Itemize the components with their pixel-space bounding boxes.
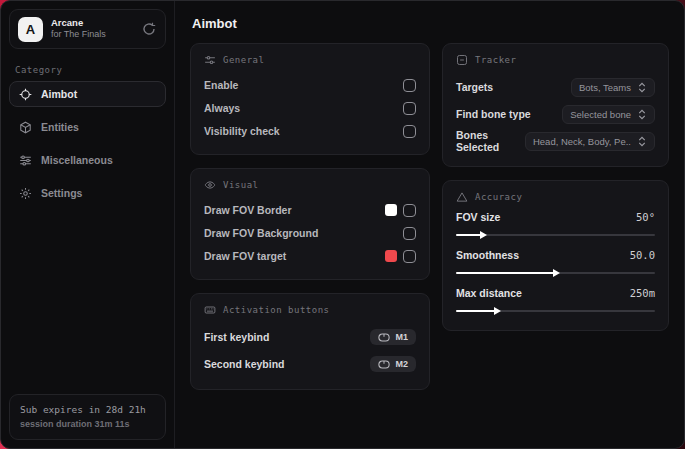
targets-select[interactable]: Bots, Teams xyxy=(571,78,655,97)
max-distance-row: Max distance 250m xyxy=(456,287,655,316)
app-window: A Arcane for The Finals Category Aimbot xyxy=(0,0,685,449)
keybind-value: M2 xyxy=(395,359,408,369)
brand-name: Arcane xyxy=(51,18,133,29)
draw-fov-target-checkbox[interactable] xyxy=(403,250,416,263)
triangle-icon xyxy=(456,191,468,203)
max-distance-label: Max distance xyxy=(456,287,522,299)
chevrons-up-down-icon xyxy=(637,82,647,93)
first-keybind-label: First keybind xyxy=(204,331,269,343)
crosshair-icon xyxy=(19,88,32,101)
slider-thumb[interactable] xyxy=(480,231,487,239)
targets-value: Bots, Teams xyxy=(579,82,631,93)
page-title: Aimbot xyxy=(192,16,669,31)
card-title: General xyxy=(223,55,264,65)
fov-border-color-swatch[interactable] xyxy=(385,204,397,216)
sidebar-item-label: Settings xyxy=(41,187,82,199)
general-card: General Enable Always Visibility check xyxy=(190,43,430,155)
enable-checkbox[interactable] xyxy=(403,79,416,92)
max-distance-value: 250m xyxy=(630,287,655,299)
sliders-icon xyxy=(19,154,32,167)
fov-size-row: FOV size 50° xyxy=(456,211,655,240)
find-bone-type-label: Find bone type xyxy=(456,108,531,120)
draw-fov-background-checkbox[interactable] xyxy=(403,227,416,240)
brand-text: Arcane for The Finals xyxy=(51,18,133,39)
tracker-card: Tracker Targets Bots, Teams xyxy=(442,43,669,167)
sliders-icon xyxy=(204,54,216,66)
accuracy-card: Accuracy FOV size 50° xyxy=(442,180,669,331)
slider-thumb[interactable] xyxy=(553,269,560,277)
session-duration-text: session duration 31m 11s xyxy=(20,418,155,432)
card-title: Accuracy xyxy=(475,192,522,202)
mouse-icon xyxy=(378,333,390,342)
main-panel: Aimbot General Enable xyxy=(175,1,684,448)
sidebar: A Arcane for The Finals Category Aimbot xyxy=(1,1,175,448)
sidebar-item-miscellaneous[interactable]: Miscellaneous xyxy=(9,147,166,173)
chevrons-up-down-icon xyxy=(637,109,647,120)
visibility-check-checkbox[interactable] xyxy=(403,125,416,138)
card-title: Visual xyxy=(223,180,259,190)
refresh-icon[interactable] xyxy=(141,21,157,37)
eye-icon xyxy=(204,179,216,191)
draw-fov-background-label: Draw FOV Background xyxy=(204,227,318,239)
chevrons-up-down-icon xyxy=(637,136,647,147)
bones-selected-value: Head, Neck, Body, Pe.. xyxy=(533,136,631,147)
targets-label: Targets xyxy=(456,81,493,93)
keybind-value: M1 xyxy=(395,332,408,342)
brand-subtitle: for The Finals xyxy=(51,29,133,39)
sidebar-item-aimbot[interactable]: Aimbot xyxy=(9,81,166,107)
bones-selected-label: Bones Selected xyxy=(456,129,525,153)
card-title: Tracker xyxy=(475,55,516,65)
always-checkbox[interactable] xyxy=(403,102,416,115)
gear-icon xyxy=(19,187,32,200)
second-keybind-button[interactable]: M2 xyxy=(370,356,416,372)
fov-size-slider[interactable] xyxy=(456,230,655,240)
smoothness-value: 50.0 xyxy=(630,249,655,261)
slider-thumb[interactable] xyxy=(494,307,501,315)
draw-fov-target-label: Draw FOV target xyxy=(204,250,286,262)
smoothness-slider[interactable] xyxy=(456,268,655,278)
sidebar-nav: Aimbot Entities Miscellaneous xyxy=(1,81,174,206)
subscription-status-box: Sub expires in 28d 21h session duration … xyxy=(9,394,166,440)
sidebar-item-label: Miscellaneous xyxy=(41,154,113,166)
mouse-icon xyxy=(378,360,390,369)
fov-size-label: FOV size xyxy=(456,211,500,223)
second-keybind-label: Second keybind xyxy=(204,358,285,370)
sidebar-item-label: Aimbot xyxy=(41,88,77,100)
max-distance-slider[interactable] xyxy=(456,306,655,316)
draw-fov-border-label: Draw FOV Border xyxy=(204,204,292,216)
fov-size-value: 50° xyxy=(636,211,655,223)
card-title: Activation buttons xyxy=(223,305,330,315)
cube-icon xyxy=(19,121,32,134)
sidebar-item-entities[interactable]: Entities xyxy=(9,114,166,140)
find-bone-type-select[interactable]: Selected bone xyxy=(562,105,655,124)
sub-expiry-text: Sub expires in 28d 21h xyxy=(20,403,155,417)
sidebar-item-label: Entities xyxy=(41,121,79,133)
enable-label: Enable xyxy=(204,79,238,91)
smoothness-label: Smoothness xyxy=(456,249,519,261)
always-label: Always xyxy=(204,102,240,114)
category-label: Category xyxy=(15,65,174,75)
smoothness-row: Smoothness 50.0 xyxy=(456,249,655,278)
find-bone-type-value: Selected bone xyxy=(570,109,631,120)
keyboard-icon xyxy=(204,304,216,316)
visibility-check-label: Visibility check xyxy=(204,125,280,137)
checkbox-minus-icon xyxy=(456,54,468,66)
brand-box: A Arcane for The Finals xyxy=(9,9,166,49)
draw-fov-border-checkbox[interactable] xyxy=(403,204,416,217)
visual-card: Visual Draw FOV Border Draw FOV Backgrou… xyxy=(190,168,430,280)
brand-logo: A xyxy=(18,17,43,42)
activation-buttons-card: Activation buttons First keybind M1 xyxy=(190,293,430,390)
sidebar-item-settings[interactable]: Settings xyxy=(9,180,166,206)
fov-target-color-swatch[interactable] xyxy=(385,250,397,262)
first-keybind-button[interactable]: M1 xyxy=(370,329,416,345)
bones-selected-select[interactable]: Head, Neck, Body, Pe.. xyxy=(525,132,655,151)
